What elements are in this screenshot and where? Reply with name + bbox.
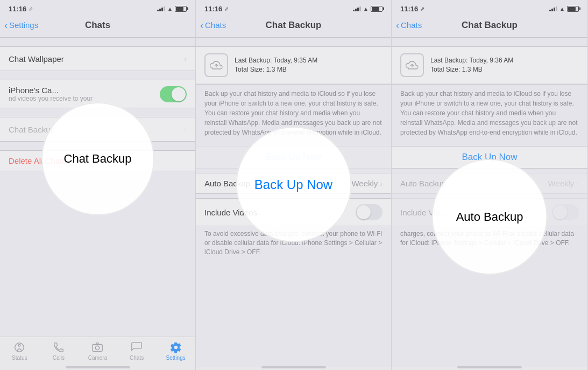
camera-icon-1 [91,341,104,354]
location-arrow-2: ⇗ [224,6,229,12]
home-indicator-1 [0,367,195,370]
signal-1 [157,6,165,11]
chevron-wallpaper: › [184,54,187,63]
save-camera-sublabel: nd videos you receive to your [9,95,93,102]
status-bar-3: 11:16 ⇗ ▲ [392,0,587,15]
chevron-backup: › [184,125,187,134]
wifi-1: ▲ [167,6,173,12]
toggle-thumb [172,87,186,101]
battery-1 [175,6,187,12]
backup-info-section-3: Last Backup: Today, 9:36 AM Total Size: … [392,46,587,85]
cloud-icon-3 [400,53,424,77]
wifi-3: ▲ [559,6,565,12]
tab-chats-label-1: Chats [130,355,144,361]
screen-2: 11:16 ⇗ ▲ ‹ Chats Chat Backup [196,0,392,370]
backup-info-section: Last Backup: Today, 9:35 AM Total Size: … [196,46,391,85]
battery-2 [371,6,382,12]
tab-status-label-1: Status [12,355,27,361]
backup-info-row-2: Last Backup: Today, 9:35 AM Total Size: … [196,47,391,84]
back-button-3[interactable]: ‹ Chats [396,20,422,30]
spotlight-text-2: Back Up Now [254,177,332,192]
last-backup-3: Last Backup: Today, 9:36 AM [430,56,513,65]
tab-camera-1[interactable]: Camera [78,341,117,361]
back-label-2: Chats [205,20,226,30]
time-2: 11:16 [204,5,222,13]
backup-desc-3: Back up your chat history and media to i… [392,85,587,142]
back-button-1[interactable]: ‹ Settings [4,20,38,30]
tab-calls-label-1: Calls [53,355,65,361]
back-label-1: Settings [9,20,38,30]
cloud-icon-2 [204,53,228,77]
chat-wallpaper-item[interactable]: Chat Wallpaper › [0,47,195,71]
tab-status-1[interactable]: Status [0,341,39,361]
screen-1: 11:16 ⇗ ▲ ‹ Settings Chats Chat Wallpape… [0,0,196,370]
include-videos-toggle-2[interactable] [356,204,382,220]
status-icon-1 [13,341,26,354]
backup-info-row-3: Last Backup: Today, 9:36 AM Total Size: … [392,47,587,84]
signal-3 [549,6,557,11]
tab-calls-1[interactable]: Calls [39,341,79,361]
chat-wallpaper-label: Chat Wallpaper [9,54,64,64]
auto-backup-value-2: Weekly [351,179,378,188]
auto-backup-right-2: Weekly › [351,179,382,188]
tab-bar-1: Status Calls Camera Chats Settings [0,337,195,367]
spotlight-text-3: Auto Backup [456,210,523,224]
svg-rect-2 [93,345,102,352]
toggle-thumb-iv-2 [357,205,371,219]
tab-settings-1[interactable]: Settings [156,341,195,361]
total-size-3: Total Size: 1.3 MB [430,65,513,74]
spotlight-1: Chat Backup [41,102,154,215]
auto-backup-label-3: Auto Backup [400,179,446,188]
nav-title-1: Chats [85,20,110,31]
auto-backup-value-3: Weekly [548,179,574,188]
time-1: 11:16 [9,5,26,13]
nav-bar-1: ‹ Settings Chats [0,15,195,38]
chats-icon-1 [130,341,143,354]
location-arrow-3: ⇗ [420,6,424,12]
nav-title-2: Chat Backup [266,20,322,31]
nav-bar-2: ‹ Chats Chat Backup [196,15,391,38]
svg-point-1 [18,345,20,347]
chevron-auto-3: › [576,179,579,188]
save-toggle[interactable] [160,86,187,102]
nav-title-3: Chat Backup [462,20,518,31]
signal-2 [353,6,361,11]
toggle-thumb-iv-3 [553,205,567,219]
spotlight-text-1: Chat Backup [64,152,132,166]
status-icons-1: ▲ [157,6,187,12]
status-bar-1: 11:16 ⇗ ▲ [0,0,195,15]
wifi-2: ▲ [363,6,369,12]
back-arrow-3: ‹ [396,20,399,30]
backup-info-text-2: Last Backup: Today, 9:35 AM Total Size: … [235,56,317,74]
backup-info-text-3: Last Backup: Today, 9:36 AM Total Size: … [430,56,513,74]
back-button-2[interactable]: ‹ Chats [200,20,226,30]
auto-backup-right-3: Weekly › [548,179,579,188]
include-videos-toggle-3[interactable] [552,204,579,220]
status-bar-2: 11:16 ⇗ ▲ [196,0,391,15]
section-wallpaper: Chat Wallpaper › [0,46,195,71]
screen-3: 11:16 ⇗ ▲ ‹ Chats Chat Backup [392,0,588,370]
tab-chats-1[interactable]: Chats [117,341,157,361]
back-label-3: Chats [401,20,422,30]
home-indicator-3 [392,367,587,370]
tab-camera-label-1: Camera [88,355,108,361]
spotlight-3: Auto Backup [432,159,548,275]
status-icons-2: ▲ [353,6,382,12]
svg-point-3 [96,346,100,350]
settings-icon-1 [169,341,182,354]
status-icons-3: ▲ [549,6,579,12]
back-arrow-2: ‹ [200,20,203,30]
home-indicator-2 [196,367,391,370]
location-arrow-1: ⇗ [29,6,33,12]
back-arrow-1: ‹ [4,20,8,30]
tab-settings-label-1: Settings [166,355,186,361]
calls-icon-1 [52,341,65,354]
last-backup-2: Last Backup: Today, 9:35 AM [235,56,317,65]
spotlight-2: Back Up Now [236,127,351,242]
chevron-auto-2: › [380,179,382,188]
save-camera-label: iPhone's Ca... [9,86,93,95]
time-3: 11:16 [400,5,418,13]
total-size-2: Total Size: 1.3 MB [235,65,317,74]
battery-3 [567,6,579,12]
nav-bar-3: ‹ Chats Chat Backup [392,15,587,38]
